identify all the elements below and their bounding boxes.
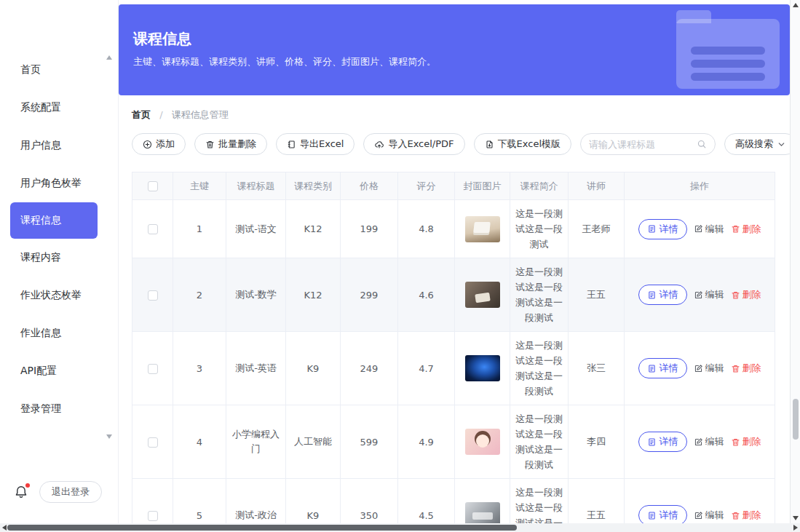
scroll-right-arrow-icon[interactable]	[793, 525, 798, 531]
search-input[interactable]	[589, 139, 692, 150]
detail-button-label: 详情	[660, 288, 678, 301]
cell-category: K12	[286, 200, 341, 258]
checkbox-cell	[132, 479, 173, 524]
sidebar-item-api-config[interactable]: API配置	[0, 352, 118, 390]
page-banner: 课程信息 主键、课程标题、课程类别、讲师、价格、评分、封面图片、课程简介。	[119, 4, 790, 95]
row-checkbox[interactable]	[148, 437, 158, 448]
checkbox-cell	[132, 258, 173, 332]
sidebar-item-system-config[interactable]: 系统配置	[0, 89, 118, 127]
checkbox-cell	[132, 332, 173, 405]
search-box	[580, 133, 716, 155]
edit-button[interactable]: 编辑	[694, 435, 724, 448]
cell-description: 这是一段测试这是一段测试	[510, 200, 569, 258]
detail-button[interactable]: 详情	[638, 219, 687, 239]
cell-description: 这是一段测试这是一段测试这是一段测试	[510, 479, 569, 524]
delete-button[interactable]: 删除	[731, 435, 761, 448]
download-template-button[interactable]: 下载Excel模版	[474, 133, 571, 155]
edit-pen-icon	[694, 290, 703, 300]
edit-pen-icon	[694, 224, 703, 234]
row-checkbox[interactable]	[148, 511, 158, 521]
sidebar: 首页系统配置用户信息用户角色枚举课程信息课程内容作业状态枚举作业信息API配置登…	[0, 0, 119, 523]
cover-cell	[455, 405, 510, 479]
delete-button-label: 删除	[742, 288, 761, 301]
cover-image	[465, 282, 500, 308]
cell-teacher: 李四	[569, 405, 625, 479]
detail-button[interactable]: 详情	[638, 285, 687, 305]
cell-id: 1	[173, 200, 226, 258]
advanced-search-button[interactable]: 高级搜索	[724, 133, 790, 155]
edit-button-label: 编辑	[705, 223, 724, 236]
delete-button[interactable]: 删除	[731, 288, 761, 301]
table-row: 2 测试-数学 K12 299 4.6 这是一段测试这是一段测试这是一段测试 王…	[132, 258, 775, 332]
cell-price: 599	[341, 405, 398, 479]
batch-delete-button[interactable]: 批量删除	[194, 133, 267, 155]
breadcrumb-separator: /	[159, 109, 162, 120]
vertical-scrollbar[interactable]	[790, 0, 800, 523]
sidebar-item-login-management[interactable]: 登录管理	[0, 390, 118, 428]
sidebar-item-user-role-enum[interactable]: 用户角色枚举	[0, 164, 118, 202]
trash-icon	[731, 290, 740, 300]
sidebar-item-home[interactable]: 首页	[0, 51, 118, 89]
cell-category: K9	[286, 332, 341, 405]
scroll-down-arrow-icon[interactable]	[793, 516, 799, 520]
delete-button[interactable]: 删除	[731, 362, 761, 375]
actions-cell: 详情 编辑 删除	[625, 405, 775, 479]
sidebar-item-homework-info[interactable]: 作业信息	[0, 314, 118, 352]
cell-category: K12	[286, 258, 341, 332]
detail-button-label: 详情	[660, 362, 678, 375]
cell-title: 测试-英语	[226, 332, 286, 405]
row-checkbox[interactable]	[148, 224, 158, 234]
edit-button[interactable]: 编辑	[694, 223, 724, 236]
detail-button[interactable]: 详情	[638, 432, 687, 452]
sidebar-scroll-up-icon[interactable]	[106, 55, 112, 60]
trash-icon	[205, 140, 215, 149]
sidebar-item-homework-status-enum[interactable]: 作业状态枚举	[0, 277, 118, 314]
detail-button[interactable]: 详情	[638, 505, 687, 523]
add-button[interactable]: 添加	[132, 133, 186, 155]
export-excel-label: 导出Excel	[300, 138, 344, 151]
scroll-left-arrow-icon[interactable]	[2, 525, 7, 531]
edit-button-label: 编辑	[705, 288, 724, 301]
cover-image	[465, 216, 500, 242]
horizontal-scrollbar[interactable]	[0, 523, 800, 532]
vertical-scroll-thumb[interactable]	[793, 399, 799, 440]
delete-button[interactable]: 删除	[731, 223, 761, 236]
column-header: 操作	[625, 172, 775, 200]
cell-teacher: 王五	[569, 258, 625, 332]
edit-button[interactable]: 编辑	[694, 362, 724, 375]
cover-cell	[455, 332, 510, 405]
app-window: 首页系统配置用户信息用户角色枚举课程信息课程内容作业状态枚举作业信息API配置登…	[0, 0, 790, 523]
select-all-checkbox[interactable]	[148, 181, 158, 191]
sidebar-item-user-info[interactable]: 用户信息	[0, 127, 118, 164]
logout-button[interactable]: 退出登录	[39, 481, 102, 503]
delete-button-label: 删除	[742, 223, 761, 236]
cell-rating: 4.9	[398, 405, 455, 479]
import-excel-button[interactable]: 导入Excel/PDF	[363, 133, 464, 155]
edit-button-label: 编辑	[705, 362, 724, 375]
cell-title: 测试-语文	[226, 200, 286, 258]
export-excel-button[interactable]: 导出Excel	[276, 133, 355, 155]
scroll-up-arrow-icon[interactable]	[793, 3, 799, 7]
table-row: 5 测试-政治 K9 350 4.5 这是一段测试这是一段测试这是一段测试 王五…	[132, 479, 775, 524]
cell-description: 这是一段测试这是一段测试这是一段测试	[510, 332, 569, 405]
detail-button[interactable]: 详情	[638, 358, 687, 378]
edit-button[interactable]: 编辑	[694, 288, 724, 301]
select-all-header-cell	[132, 172, 173, 200]
breadcrumb-home[interactable]: 首页	[132, 109, 151, 120]
row-checkbox[interactable]	[148, 290, 158, 301]
row-checkbox[interactable]	[148, 364, 158, 374]
trash-icon	[731, 511, 740, 520]
search-icon[interactable]	[697, 139, 707, 149]
sidebar-item-course-content[interactable]: 课程内容	[0, 239, 118, 277]
delete-button-label: 删除	[742, 509, 761, 522]
edit-pen-icon	[694, 364, 703, 373]
horizontal-scroll-thumb[interactable]	[7, 525, 517, 531]
notification-bell-icon[interactable]	[13, 484, 29, 500]
checkbox-cell	[132, 200, 173, 258]
delete-button[interactable]: 删除	[731, 509, 761, 522]
sidebar-item-course-info[interactable]: 课程信息	[10, 202, 98, 239]
column-header: 主键	[173, 172, 226, 200]
edit-button[interactable]: 编辑	[694, 509, 724, 522]
sidebar-scroll-down-icon[interactable]	[106, 434, 112, 439]
breadcrumb: 首页 / 课程信息管理	[132, 108, 775, 122]
